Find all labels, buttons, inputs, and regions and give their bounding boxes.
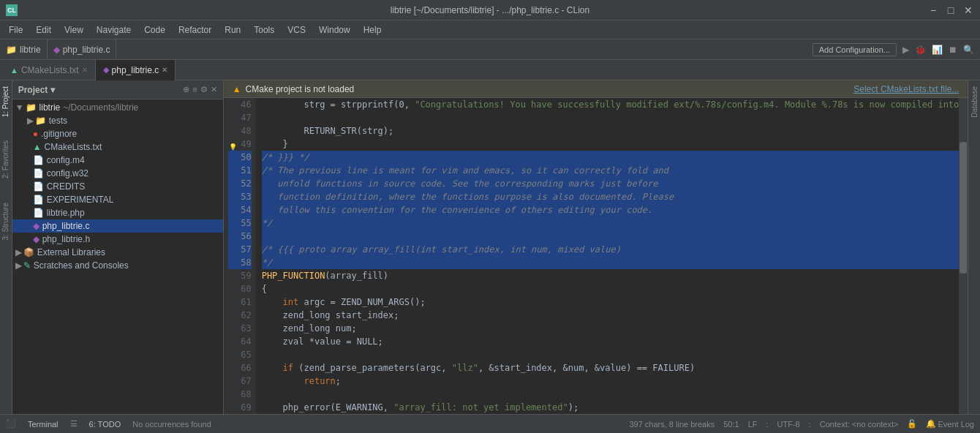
menu-help[interactable]: Help [358,23,388,37]
tree-item-tests[interactable]: ▶ 📁 tests [12,114,223,127]
terminal-tab[interactable]: Terminal [25,418,61,430]
experimental-label: EXPERIMENTAL [47,195,114,205]
app-icon: CL [6,4,18,16]
cmake-select-link[interactable]: Select CMakeLists.txt file... [853,84,959,94]
project-file-label: php_libtrie.c [63,45,110,55]
cmake-warning-message: CMake project is not loaded [246,84,355,94]
credits-label: CREDITS [47,181,86,192]
phplibreh-label: php_libtrie.h [42,234,90,244]
configw32-icon: 📄 [33,168,44,178]
menu-code[interactable]: Code [138,23,171,37]
make-read-only-icon[interactable]: 🔓 [907,419,917,429]
todo-tab[interactable]: 6: TODO [86,418,124,430]
project-sync-icon[interactable]: ⊕ [183,85,189,94]
maximize-button[interactable]: □ [945,4,957,16]
gitignore-label: .gitignore [41,129,77,139]
sidebar-tab-project[interactable]: 1: Project [0,83,11,120]
project-collapse-icon[interactable]: ≡ [192,85,197,94]
menu-vcs[interactable]: VCS [282,23,312,37]
tree-item-scratches[interactable]: ▶ ✎ Scratches and Consoles [12,259,223,272]
encoding[interactable]: UTF-8 [777,420,800,429]
project-settings-icon[interactable]: ⚙ [200,85,208,94]
tree-item-gitignore[interactable]: ● .gitignore [12,127,223,140]
tree-root[interactable]: ▼ 📁 libtrie ~/Documents/libtrie [12,101,223,114]
sidebar-tab-database[interactable]: Database [969,83,980,121]
editor-area: ▲ CMake project is not loaded Select CMa… [224,80,968,414]
code-line-46: strg = strpprintf(0, "Congratulations! Y… [262,98,960,111]
terminal-icon: ⬛ [6,419,16,429]
tests-folder-icon: 📁 [35,116,46,126]
tab-php-libtrie-close[interactable]: ✕ [162,66,167,74]
code-line-62: zend_long start_index; [262,309,960,322]
menu-tools[interactable]: Tools [248,23,280,37]
code-line-52: unfold functions in source code. See the… [262,177,960,190]
ext-libs-icon: 📦 [23,247,34,257]
code-line-55: */ [262,217,960,230]
code-editor[interactable]: strg = strpprintf(0, "Congratulations! Y… [256,98,960,414]
code-line-54: follow this convention for the convenien… [262,203,960,217]
code-line-59: PHP_FUNCTION(array_fill) [262,269,960,282]
context-info: Context: <no context> [820,420,899,429]
code-line-64: zval *value = NULL; [262,335,960,348]
tree-item-experimental[interactable]: 📄 EXPERIMENTAL [12,193,223,206]
tree-item-credits[interactable]: 📄 CREDITS [12,180,223,193]
tests-arrow: ▶ [27,116,34,126]
event-log-tab[interactable]: 🔔 Event Log [926,419,974,429]
project-panel-header: Project ▾ ⊕ ≡ ⚙ ✕ [12,80,223,99]
phplibriec-label: php_libtrie.c [42,221,90,231]
code-line-51: /* The previous line is meant for vim an… [262,164,960,177]
tests-label: tests [49,116,67,126]
menubar: File Edit View Navigate Code Refactor Ru… [0,20,980,39]
cmake-warning-icon: ▲ [233,84,241,94]
tree-item-libtriephp[interactable]: 📄 libtrie.php [12,206,223,219]
separator2: : [809,420,811,429]
code-line-48: RETURN_STR(strg); [262,124,960,138]
tab-php-libtrie[interactable]: ◆ php_libtrie.c ✕ [96,60,176,80]
tab-cmakelists[interactable]: ▲ CMakeLists.txt ✕ [3,60,96,80]
close-button[interactable]: ✕ [962,4,974,16]
line-endings[interactable]: LF [748,420,758,429]
menu-window[interactable]: Window [313,23,356,37]
menu-view[interactable]: View [59,23,89,37]
line-numbers: 46 47 48 49💡 50 51 52 53 54 55 56 57 58 … [224,98,256,414]
scroll-thumb[interactable] [960,142,967,274]
left-tool-tabs: 1: Project 2: Favorites 3: Structure [0,80,12,414]
tab-cmakelists-close[interactable]: ✕ [82,66,88,74]
code-line-68 [262,388,960,401]
menu-run[interactable]: Run [219,23,246,37]
right-tool-tabs: Database [968,80,980,414]
run-icon[interactable]: ▶ [902,45,909,55]
cmake-tab-icon: ▲ [10,66,18,75]
window-controls: − □ ✕ [927,4,974,16]
tree-item-external-libs[interactable]: ▶ 📦 External Libraries [12,246,223,259]
scratches-label: Scratches and Consoles [34,260,129,271]
code-line-66: if (zend_parse_parameters(argc, "llz", &… [262,361,960,374]
stop-icon[interactable]: ⏹ [949,45,957,55]
menu-file[interactable]: File [3,23,29,37]
project-folder-icon: 📁 [6,45,17,55]
code-line-49: } [262,138,960,151]
debug-icon[interactable]: 🐞 [915,45,926,55]
menu-navigate[interactable]: Navigate [91,23,137,37]
menu-edit[interactable]: Edit [30,23,57,37]
sidebar-tab-structure[interactable]: 3: Structure [0,200,11,244]
menu-refactor[interactable]: Refactor [173,23,217,37]
phplibreh-icon: ◆ [33,234,39,244]
minimize-button[interactable]: − [927,4,939,16]
search-everywhere-icon[interactable]: 🔍 [963,45,974,55]
root-label: libtrie [39,102,61,113]
tree-item-configm4[interactable]: 📄 config.m4 [12,154,223,167]
project-close-icon[interactable]: ✕ [211,85,217,94]
add-configuration-button[interactable]: Add Configuration... [813,43,897,56]
main-area: 1: Project 2: Favorites 3: Structure Pro… [0,80,980,414]
tree-item-phplibriec[interactable]: ◆ php_libtrie.c [12,219,223,233]
code-line-69: php_error(E_WARNING, "array_fill: not ye… [262,401,960,414]
sidebar-tab-favorites[interactable]: 2: Favorites [0,138,11,181]
tree-item-configw32[interactable]: 📄 config.w32 [12,167,223,180]
tree-item-phplibreh[interactable]: ◆ php_libtrie.h [12,233,223,246]
code-line-57: /* {{{ proto array array_fill(int start_… [262,243,960,256]
tree-item-cmakelists[interactable]: ▲ CMakeLists.txt [12,140,223,154]
editor-scrollbar[interactable] [959,98,968,414]
project-tree: ▼ 📁 libtrie ~/Documents/libtrie ▶ 📁 test… [12,99,223,414]
run-with-coverage-icon[interactable]: 📊 [932,45,943,55]
